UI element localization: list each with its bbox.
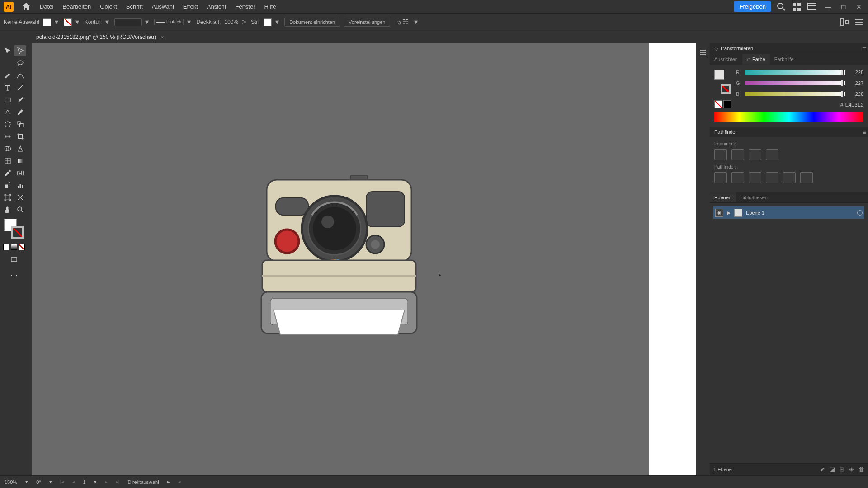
rotate-dropdown-icon[interactable]: ▾: [49, 479, 52, 485]
preferences-icon[interactable]: ☼☵: [394, 18, 410, 26]
presets-button[interactable]: Voreinstellungen: [344, 18, 390, 27]
zoom-tool[interactable]: [14, 204, 26, 215]
create-sublayer-icon[interactable]: ⊞: [840, 466, 844, 473]
trim-button[interactable]: [731, 172, 744, 183]
menu-type[interactable]: Schrift: [122, 3, 147, 10]
make-clipping-mask-icon[interactable]: ◪: [830, 466, 835, 473]
color-guide-panel-tab[interactable]: Farbhilfe: [770, 54, 798, 65]
align-panel-tab[interactable]: Ausrichten: [710, 54, 742, 65]
color-panel-tab[interactable]: ◇Farbe: [742, 54, 770, 65]
color-mode-gradient[interactable]: [11, 244, 17, 250]
menu-effect[interactable]: Effekt: [179, 3, 203, 10]
align-options-icon[interactable]: [839, 17, 850, 28]
divide-button[interactable]: [714, 172, 727, 183]
menu-select[interactable]: Auswahl: [147, 3, 179, 10]
mesh-tool[interactable]: [2, 155, 14, 166]
opacity-value[interactable]: 100%: [224, 19, 238, 25]
color-none-swatch[interactable]: [714, 100, 722, 108]
gradient-tool[interactable]: [14, 155, 26, 166]
new-layer-icon[interactable]: ⊕: [849, 466, 854, 473]
artboard-nav-next-icon[interactable]: ▸: [105, 479, 108, 485]
free-transform-tool[interactable]: [14, 131, 26, 142]
layer-target-icon[interactable]: [857, 210, 863, 216]
screen-mode-icon[interactable]: [8, 254, 20, 265]
arrange-windows-icon[interactable]: [807, 1, 817, 12]
zoom-dropdown-icon[interactable]: ▾: [25, 479, 28, 485]
stroke-dropdown-icon[interactable]: ▾: [75, 18, 81, 26]
document-tab[interactable]: polaroid-2315182.png* @ 150 % (RGB/Vorsc…: [32, 32, 169, 42]
scale-tool[interactable]: [14, 118, 26, 130]
menu-window[interactable]: Fenster: [231, 3, 259, 10]
type-tool[interactable]: [2, 82, 14, 93]
fill-stroke-indicator[interactable]: [4, 219, 24, 239]
lasso-tool[interactable]: [14, 57, 26, 69]
panel-dock-collapsed[interactable]: [696, 43, 710, 61]
color-mode-solid[interactable]: [3, 244, 9, 250]
fill-swatch[interactable]: [43, 18, 51, 26]
eraser-tool[interactable]: [14, 106, 26, 117]
width-tool[interactable]: [2, 131, 14, 142]
layers-panel-menu-icon[interactable]: ≡: [863, 45, 866, 52]
minus-back-button[interactable]: [800, 172, 813, 183]
stroke-color-box[interactable]: [11, 226, 24, 239]
window-close-icon[interactable]: ✕: [854, 3, 864, 10]
pen-tool[interactable]: [2, 70, 14, 81]
shaper-tool[interactable]: [2, 106, 14, 117]
style-swatch[interactable]: [264, 18, 272, 26]
stroke-weight-input[interactable]: [114, 18, 142, 26]
menu-object[interactable]: Objekt: [95, 3, 122, 10]
exclude-button[interactable]: [766, 149, 778, 160]
color-panel-fill-swatch[interactable]: [714, 70, 724, 80]
tab-close-icon[interactable]: ×: [160, 34, 164, 41]
artboard-nav-last-icon[interactable]: ▸|: [116, 479, 120, 485]
menu-view[interactable]: Ansicht: [203, 3, 231, 10]
line-segment-tool[interactable]: [14, 82, 26, 93]
stroke-weight-caret-icon[interactable]: ▾: [145, 18, 151, 26]
layer-visibility-icon[interactable]: ◉: [715, 209, 723, 217]
arrange-grid-icon[interactable]: [791, 1, 802, 12]
direct-selection-tool[interactable]: [14, 45, 26, 56]
symbol-sprayer-tool[interactable]: [2, 179, 14, 191]
b-value[interactable]: 226: [849, 91, 863, 97]
b-slider[interactable]: [745, 92, 845, 96]
slice-tool[interactable]: [14, 192, 26, 203]
menu-help[interactable]: Hilfe: [260, 3, 281, 10]
color-black-swatch[interactable]: [723, 100, 731, 108]
r-value[interactable]: 228: [849, 70, 863, 75]
layers-panel-tab[interactable]: Ebenen: [710, 192, 736, 202]
opacity-dropdown-icon[interactable]: >: [242, 18, 247, 26]
layer-row[interactable]: ◉ ▸ Ebene 1: [713, 206, 864, 219]
share-button[interactable]: Freigeben: [734, 1, 771, 12]
layer-expand-icon[interactable]: ▸: [727, 208, 731, 217]
transform-panel-tab[interactable]: ◇Transformieren ≡: [710, 43, 868, 54]
selection-tool[interactable]: [2, 45, 14, 56]
delete-layer-icon[interactable]: 🗑: [859, 466, 864, 473]
pathfinder-panel-tab[interactable]: Pathfinder ≡: [710, 127, 868, 137]
rotate-view[interactable]: 0°: [36, 479, 41, 485]
perspective-grid-tool[interactable]: [14, 143, 26, 154]
color-panel-stroke-swatch[interactable]: [721, 84, 731, 94]
document-setup-button[interactable]: Dokument einrichten: [284, 18, 340, 27]
rectangle-tool[interactable]: [2, 94, 14, 105]
options-more-icon[interactable]: [854, 17, 864, 28]
fill-dropdown-icon[interactable]: ▾: [55, 18, 60, 26]
crop-button[interactable]: [766, 172, 778, 183]
shape-builder-tool[interactable]: [2, 143, 14, 154]
zoom-level[interactable]: 150%: [5, 479, 17, 485]
eyedropper-tool[interactable]: [2, 167, 14, 178]
menu-edit[interactable]: Bearbeiten: [58, 3, 95, 10]
intersect-button[interactable]: [749, 149, 761, 160]
stroke-profile-preview[interactable]: Einfach: [154, 19, 184, 25]
artboard-nav-first-icon[interactable]: |◂: [60, 479, 64, 485]
style-dropdown-icon[interactable]: ▾: [275, 18, 281, 26]
home-icon[interactable]: [21, 1, 32, 12]
unite-button[interactable]: [714, 149, 727, 160]
curvature-tool[interactable]: [14, 70, 26, 81]
scroll-left-icon[interactable]: ◂: [178, 479, 181, 485]
color-mode-none[interactable]: [19, 244, 25, 250]
preferences-dropdown-icon[interactable]: ▾: [414, 18, 420, 26]
libraries-panel-tab[interactable]: Bibliotheken: [736, 192, 772, 202]
artboard-number[interactable]: 1: [83, 479, 86, 485]
status-menu-icon[interactable]: ▸: [167, 479, 170, 485]
hex-value[interactable]: E4E3E2: [845, 102, 863, 108]
